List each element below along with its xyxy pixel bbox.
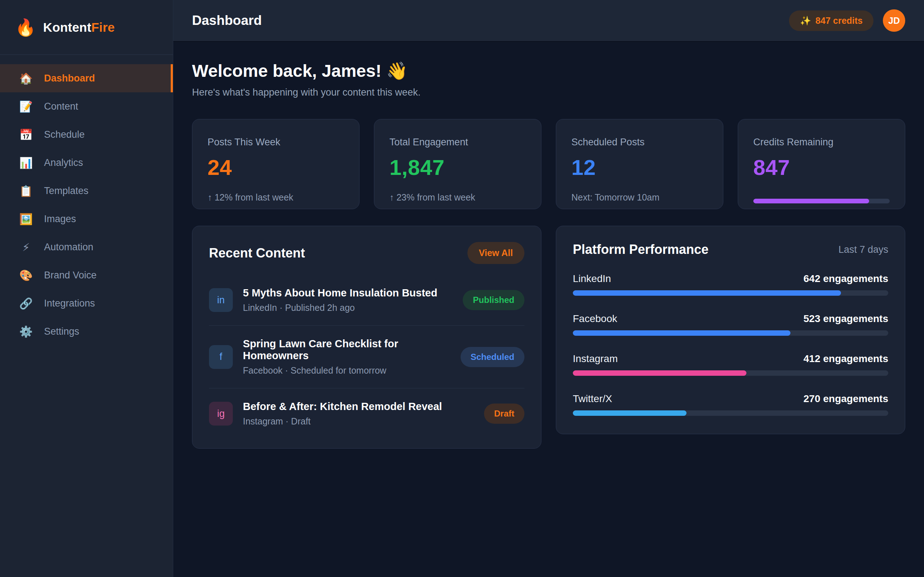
sidebar-item-integrations[interactable]: 🔗 Integrations [0, 289, 173, 318]
recent-content-item[interactable]: ig Before & After: Kitchen Remodel Revea… [209, 388, 525, 430]
stat-value: 847 [753, 155, 890, 180]
stat-card-credits-remaining: Credits Remaining 847 [738, 119, 905, 209]
recent-content-item[interactable]: in 5 Myths About Home Insulation Busted … [209, 275, 525, 326]
status-badge-draft: Draft [484, 403, 525, 424]
platform-name: Facebook [573, 313, 617, 324]
brand-name: KontentFire [43, 20, 115, 35]
recent-item-meta: LinkedIn · Published 2h ago [243, 303, 452, 313]
welcome-subtitle: Here's what's happening with your conten… [192, 87, 905, 98]
analytics-icon: 📊 [19, 156, 33, 169]
recent-content-header: Recent Content View All [209, 242, 525, 264]
stat-value: 12 [571, 155, 708, 180]
platform-chip-icon: ig [209, 402, 233, 425]
panels-grid: Recent Content View All in 5 Myths About… [192, 226, 905, 449]
platform-chip-icon: in [209, 288, 233, 312]
performance-row: Instagram 412 engagements [573, 353, 888, 376]
dashboard-icon: 🏠 [19, 72, 33, 85]
sidebar-item-automation[interactable]: ⚡ Automation [0, 233, 173, 261]
stat-subtext: ↑ 12% from last week [208, 192, 344, 203]
templates-icon: 📋 [19, 185, 33, 197]
sidebar-item-analytics[interactable]: 📊 Analytics [0, 148, 173, 177]
platform-performance-title: Platform Performance [573, 242, 709, 257]
sidebar-item-schedule[interactable]: 📅 Schedule [0, 121, 173, 148]
main-area: Dashboard ✨ 847 credits JD Welcome back,… [173, 0, 924, 577]
wave-icon: 👋 [386, 61, 408, 81]
view-all-button[interactable]: View All [467, 242, 525, 264]
engagement-value: 642 engagements [803, 273, 888, 285]
stat-card-total-engagement: Total Engagement 1,847 ↑ 23% from last w… [374, 119, 541, 209]
fire-logo-icon: 🔥 [15, 19, 36, 36]
welcome-heading-text: Welcome back, James! [192, 61, 381, 81]
welcome-heading: Welcome back, James! 👋 [192, 61, 905, 81]
performance-bar-fill [573, 371, 746, 376]
stat-card-scheduled-posts: Scheduled Posts 12 Next: Tomorrow 10am [556, 119, 723, 209]
sidebar-item-label: Integrations [44, 298, 95, 309]
status-badge-published: Published [463, 290, 525, 310]
performance-bar-track [573, 330, 888, 336]
performance-row: Facebook 523 engagements [573, 313, 888, 336]
sidebar-item-label: Templates [44, 185, 89, 197]
platform-name: Instagram [573, 353, 618, 364]
platform-performance-card: Platform Performance Last 7 days LinkedI… [556, 226, 905, 434]
date-range-label: Last 7 days [838, 244, 888, 255]
stat-subtext: Next: Tomorrow 10am [571, 192, 708, 203]
integrations-icon: 🔗 [19, 297, 33, 310]
stat-subtext: ↑ 23% from last week [389, 192, 526, 203]
sidebar-item-brand-voice[interactable]: 🎨 Brand Voice [0, 261, 173, 289]
sidebar-item-templates[interactable]: 📋 Templates [0, 177, 173, 205]
performance-bar-fill [573, 330, 790, 336]
performance-row-labels: Facebook 523 engagements [573, 313, 888, 324]
brand-name-accent: Fire [91, 20, 115, 34]
performance-bar-track [573, 290, 888, 296]
brand-logo: 🔥 KontentFire [0, 0, 173, 55]
credits-badge[interactable]: ✨ 847 credits [789, 10, 874, 31]
sparkles-icon: ✨ [800, 16, 811, 26]
sidebar-item-label: Schedule [44, 129, 85, 140]
dashboard-content: Welcome back, James! 👋 Here's what's hap… [173, 42, 924, 577]
stat-label: Scheduled Posts [571, 137, 708, 148]
schedule-icon: 📅 [19, 128, 33, 141]
stat-label: Credits Remaining [753, 137, 890, 148]
topbar-right: ✨ 847 credits JD [789, 10, 905, 32]
recent-item-meta: Instagram · Draft [243, 416, 474, 427]
platform-chip-icon: f [209, 345, 233, 369]
images-icon: 🖼️ [19, 213, 33, 226]
performance-bar-fill [573, 290, 841, 296]
stat-label: Total Engagement [389, 137, 526, 148]
performance-row-labels: LinkedIn 642 engagements [573, 273, 888, 285]
credits-progress-track [753, 199, 890, 203]
recent-content-title: Recent Content [209, 246, 305, 261]
sidebar-item-label: Automation [44, 242, 94, 253]
sidebar-item-label: Images [44, 213, 76, 225]
sidebar-item-content[interactable]: 📝 Content [0, 92, 173, 121]
page-title: Dashboard [192, 13, 262, 28]
avatar[interactable]: JD [883, 10, 905, 32]
sidebar-item-dashboard[interactable]: 🏠 Dashboard [0, 64, 173, 92]
engagement-value: 270 engagements [803, 393, 888, 405]
performance-bar-fill [573, 410, 687, 416]
performance-row: Twitter/X 270 engagements [573, 393, 888, 416]
credits-progress-fill [753, 199, 869, 203]
settings-icon: ⚙️ [19, 325, 33, 338]
stat-value: 1,847 [389, 155, 526, 180]
performance-row-labels: Twitter/X 270 engagements [573, 393, 888, 405]
sidebar-nav: 🏠 Dashboard 📝 Content 📅 Schedule 📊 Analy… [0, 55, 173, 345]
performance-bar-track [573, 371, 888, 376]
recent-item-info: 5 Myths About Home Insulation Busted Lin… [243, 287, 452, 313]
platform-performance-header: Platform Performance Last 7 days [573, 242, 888, 257]
brand-voice-icon: 🎨 [19, 269, 33, 282]
platform-name: Twitter/X [573, 393, 612, 405]
performance-row: LinkedIn 642 engagements [573, 273, 888, 296]
recent-item-title: Spring Lawn Care Checklist for Homeowner… [243, 338, 451, 362]
performance-list: LinkedIn 642 engagements Facebook 523 en… [573, 273, 888, 416]
top-bar: Dashboard ✨ 847 credits JD [173, 0, 924, 42]
sidebar-item-images[interactable]: 🖼️ Images [0, 205, 173, 233]
sidebar-item-label: Analytics [44, 157, 83, 168]
recent-content-item[interactable]: f Spring Lawn Care Checklist for Homeown… [209, 326, 525, 388]
stat-label: Posts This Week [208, 137, 344, 148]
engagement-value: 412 engagements [803, 353, 888, 364]
sidebar-item-settings[interactable]: ⚙️ Settings [0, 318, 173, 345]
engagement-value: 523 engagements [803, 313, 888, 324]
content-icon: 📝 [19, 100, 33, 113]
stats-grid: Posts This Week 24 ↑ 12% from last week … [192, 119, 905, 209]
